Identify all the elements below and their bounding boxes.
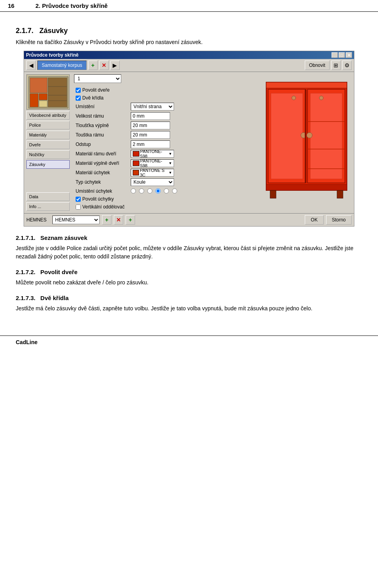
sidebar-label-info: Info ...: [29, 204, 41, 209]
radio-item-1: [131, 188, 136, 194]
subsection-2171-text: Jestliže jste v oddíle Police zadali urč…: [16, 244, 362, 261]
checkbox-row-vertikalni: Vertikální oddělovač: [76, 204, 257, 210]
label-vertikalni: Vertikální oddělovač: [82, 204, 124, 210]
subsection-2173-text: Jestliže má čelo zásuvky dvě části, zapn…: [16, 304, 362, 313]
input-toustka-ramu[interactable]: [131, 131, 170, 139]
bottom-delete-btn[interactable]: ✕: [114, 215, 123, 225]
color-btn-material-vyplne[interactable]: PANTONE-598 ▼: [131, 159, 174, 167]
footer-brand: CadLine: [16, 339, 37, 345]
subsection-2173-number: 2.1.7.3.: [16, 295, 35, 301]
radio-item-3: [147, 188, 152, 194]
form-row-material-ramu: Materiál rámu dveří PANTONE-598 ▼: [74, 149, 259, 159]
sidebar-item-dvere[interactable]: Dveře: [26, 140, 70, 149]
close-btn[interactable]: ✕: [346, 52, 352, 58]
color-btn-material-uchytek[interactable]: PANTONE S 3C ▼: [131, 169, 174, 177]
dialog-bottom-bar: HEMNES HEMNES + ✕ + OK Storno: [24, 213, 354, 226]
color-swatch-vyplne: [133, 160, 139, 166]
color-btn-material-ramu[interactable]: PANTONE-598 ▼: [131, 150, 174, 158]
bottom-forward-btn[interactable]: +: [126, 215, 135, 225]
input-velikost-ramu[interactable]: [131, 112, 170, 120]
main-dropdown-row: 1: [74, 74, 259, 83]
form-table: Povolit dveře Dvě křídla: [74, 86, 259, 211]
radio-umisteni-6[interactable]: [172, 188, 177, 194]
input-tloustka-vyplne[interactable]: [131, 122, 170, 129]
color-arrow-vyplne: ▼: [169, 161, 172, 165]
dialog-title-bar: Průvodce tvorby skříně _ □ ✕: [24, 51, 354, 59]
label-material-uchytek: Materiál úchytek: [74, 168, 129, 177]
checkbox-vertikalni[interactable]: [76, 205, 81, 210]
korpus-button[interactable]: Samostatný korpus: [37, 61, 87, 70]
radio-umisteni-1[interactable]: [131, 188, 136, 194]
page-header: 16 2. Průvodce tvorby skříně: [0, 0, 378, 12]
radio-umisteni-4[interactable]: [156, 188, 161, 194]
dialog-main: Všeobecné atributy Police Materiály Dveř…: [24, 72, 354, 213]
sidebar-item-police[interactable]: Police: [26, 121, 70, 129]
svg-rect-15: [271, 93, 303, 179]
grid-button[interactable]: ⊞: [331, 61, 341, 70]
bottom-dropdown[interactable]: HEMNES: [52, 216, 100, 224]
checkbox-povolit-uchytky[interactable]: [76, 197, 81, 202]
color-arrow-ramu: ▼: [169, 152, 172, 156]
svg-rect-2: [30, 94, 38, 107]
sidebar-item-vseobeche[interactable]: Všeobecné atributy: [26, 111, 70, 120]
subsection-2171-title: Seznam zásuvek: [41, 234, 87, 241]
add-korpus-button[interactable]: +: [88, 61, 98, 70]
cancel-button[interactable]: Storno: [326, 215, 352, 225]
refresh-button[interactable]: Obnovit: [305, 61, 330, 70]
checkbox-povolit-dvere[interactable]: [76, 88, 81, 93]
form-row-umisteni: Umístění Vnitřní strana: [74, 102, 259, 111]
forward-button[interactable]: ▶: [110, 61, 120, 70]
form-row-umisteni-uchytek: Umístění úchytek: [74, 187, 259, 195]
form-row-povolit-uchytky: Povolit úchytky: [74, 195, 259, 203]
radio-umisteni-2[interactable]: [139, 188, 144, 194]
settings-button[interactable]: ⚙: [342, 61, 352, 70]
right-panel-cabinet: [261, 74, 352, 211]
select-umisteni[interactable]: Vnitřní strana: [131, 103, 174, 111]
delete-korpus-button[interactable]: ✕: [99, 61, 109, 70]
bottom-add-btn[interactable]: +: [102, 215, 111, 225]
sidebar-item-nozicky[interactable]: Nožičky: [26, 150, 70, 159]
minimize-btn[interactable]: _: [332, 52, 338, 58]
section-number: 2.1.7.: [16, 27, 33, 35]
form-row-povolit-dvere: Povolit dveře: [74, 86, 259, 94]
sidebar-item-info[interactable]: Info ...: [26, 202, 70, 211]
radio-item-4: [156, 188, 161, 194]
checkbox-dve-kridla[interactable]: [76, 96, 81, 101]
middle-panel: 1 Povolit dveře: [74, 74, 259, 211]
sidebar-item-materialy[interactable]: Materiály: [26, 131, 70, 139]
color-swatch-ramu: [133, 151, 139, 157]
radio-item-6: [172, 188, 177, 194]
label-umisteni-uchytek: Umístění úchytek: [74, 187, 129, 195]
back-button[interactable]: ◀: [26, 61, 36, 70]
subsection-2172-text: Můžete povolit nebo zakázat dveře / čelo…: [16, 278, 362, 287]
title-bar-buttons: _ □ ✕: [332, 52, 352, 58]
radio-umisteni-5[interactable]: [164, 188, 169, 194]
checkbox-row-povolit-uchytky: Povolit úchytky: [76, 196, 257, 202]
maximize-btn[interactable]: □: [339, 52, 345, 58]
section-title: Zásuvky: [39, 27, 68, 35]
label-odstup: Odstup: [74, 140, 129, 149]
left-sidebar: Všeobecné atributy Police Materiály Dveř…: [26, 74, 72, 211]
form-row-velikost-ramu: Velikost rámu: [74, 111, 259, 121]
ok-button[interactable]: OK: [305, 215, 323, 225]
svg-point-25: [319, 96, 323, 100]
label-typ-uchytek: Typ úchytek: [74, 177, 129, 187]
color-label-uchytek: PANTONE S 3C: [140, 168, 168, 177]
svg-rect-13: [337, 190, 343, 198]
input-odstup[interactable]: [131, 140, 170, 148]
radio-umisteni-3[interactable]: [147, 188, 152, 194]
sidebar-item-zasuvky[interactable]: Zásuvky: [26, 160, 70, 169]
sidebar-item-data[interactable]: Data: [26, 192, 70, 201]
radio-item-2: [139, 188, 144, 194]
sidebar-label-vseobeche: Všeobecné atributy: [29, 113, 66, 118]
select-typ-uchytek[interactable]: Koule: [131, 178, 174, 186]
dialog-toolbar: ◀ Samostatný korpus + ✕ ▶ Obnovit ⊞ ⚙: [24, 59, 354, 72]
color-swatch-uchytek: [133, 170, 139, 175]
main-dropdown[interactable]: 1: [74, 74, 121, 83]
label-dve-kridla: Dvě křídla: [82, 95, 104, 101]
chapter-title: 2. Průvodce tvorby skříně: [35, 2, 107, 9]
label-povolit-dvere: Povolit dveře: [82, 87, 109, 93]
form-row-vertikalni: Vertikální oddělovač: [74, 203, 259, 211]
svg-point-22: [307, 133, 312, 138]
sidebar-label-zasuvky: Zásuvky: [29, 162, 45, 167]
